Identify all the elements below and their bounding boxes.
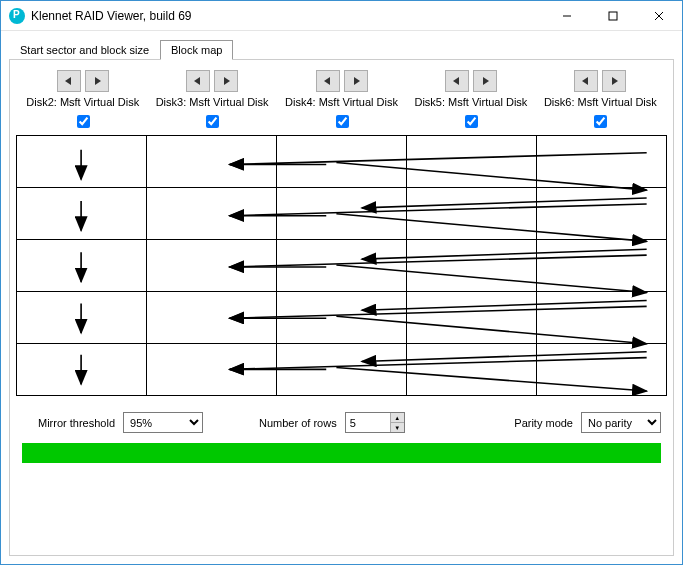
disk-nav-next[interactable] [602,70,626,92]
block-cell [147,188,277,240]
block-cell [277,344,407,396]
tab-strip: Start sector and block size Block map [9,37,674,59]
triangle-right-icon [481,77,489,85]
block-cell [277,240,407,292]
disk-enable-checkbox[interactable] [465,115,478,128]
block-cell [537,136,667,188]
block-grid [16,135,667,396]
minimize-icon [562,11,572,21]
minimize-button[interactable] [544,1,590,31]
disk-label: Disk4: Msft Virtual Disk [285,96,398,108]
block-cell [147,136,277,188]
disk-nav-prev[interactable] [445,70,469,92]
block-cell [407,136,537,188]
block-cell [277,188,407,240]
disk-nav-next[interactable] [473,70,497,92]
disk-header-row: Disk2: Msft Virtual DiskDisk3: Msft Virt… [16,70,667,131]
disk-label: Disk3: Msft Virtual Disk [156,96,269,108]
block-cell [407,188,537,240]
disk-label: Disk5: Msft Virtual Disk [414,96,527,108]
disk-label: Disk2: Msft Virtual Disk [26,96,139,108]
app-icon [9,8,25,24]
block-cell [537,344,667,396]
disk-nav-next[interactable] [214,70,238,92]
disk-nav-prev[interactable] [574,70,598,92]
block-cell [277,292,407,344]
svg-rect-1 [609,12,617,20]
triangle-right-icon [352,77,360,85]
disk-column: Disk6: Msft Virtual Disk [536,70,665,131]
disk-nav-next[interactable] [85,70,109,92]
app-window: Klennet RAID Viewer, build 69 Start sect… [0,0,683,565]
disk-nav-prev[interactable] [316,70,340,92]
bottom-controls: Mirror threshold 95% Number of rows ▲ ▼ … [16,396,667,443]
block-cell [147,292,277,344]
disk-enable-checkbox[interactable] [594,115,607,128]
disk-nav-prev[interactable] [186,70,210,92]
titlebar: Klennet RAID Viewer, build 69 [1,1,682,31]
block-cell [147,344,277,396]
window-controls [544,1,682,30]
triangle-left-icon [324,77,332,85]
block-cell [17,292,147,344]
block-cell [17,344,147,396]
triangle-right-icon [610,77,618,85]
disk-enable-checkbox[interactable] [77,115,90,128]
block-cell [17,136,147,188]
triangle-right-icon [222,77,230,85]
tab-start-sector[interactable]: Start sector and block size [9,40,160,60]
disk-enable-checkbox[interactable] [206,115,219,128]
disk-enable-checkbox[interactable] [336,115,349,128]
progress-bar [22,443,661,463]
mirror-threshold-select[interactable]: 95% [123,412,203,433]
block-cell [407,240,537,292]
block-map-panel: Disk2: Msft Virtual DiskDisk3: Msft Virt… [9,59,674,556]
number-of-rows-label: Number of rows [259,417,337,429]
block-cell [17,188,147,240]
block-grid-wrap [16,135,667,396]
block-cell [17,240,147,292]
triangle-left-icon [194,77,202,85]
rows-step-up[interactable]: ▲ [390,413,404,423]
close-icon [654,11,664,21]
disk-column: Disk3: Msft Virtual Disk [147,70,276,131]
disk-column: Disk4: Msft Virtual Disk [277,70,406,131]
disk-column: Disk5: Msft Virtual Disk [406,70,535,131]
window-title: Klennet RAID Viewer, build 69 [31,9,544,23]
disk-nav-prev[interactable] [57,70,81,92]
mirror-threshold-label: Mirror threshold [38,417,115,429]
triangle-left-icon [582,77,590,85]
block-cell [277,136,407,188]
block-cell [537,292,667,344]
maximize-icon [608,11,618,21]
triangle-left-icon [453,77,461,85]
disk-column: Disk2: Msft Virtual Disk [18,70,147,131]
block-cell [537,188,667,240]
close-button[interactable] [636,1,682,31]
triangle-left-icon [65,77,73,85]
block-cell [407,292,537,344]
block-cell [537,240,667,292]
client-area: Start sector and block size Block map Di… [1,31,682,564]
triangle-right-icon [93,77,101,85]
disk-nav-next[interactable] [344,70,368,92]
block-cell [147,240,277,292]
parity-mode-label: Parity mode [514,417,573,429]
block-cell [407,344,537,396]
maximize-button[interactable] [590,1,636,31]
tab-block-map[interactable]: Block map [160,40,233,60]
disk-label: Disk6: Msft Virtual Disk [544,96,657,108]
parity-mode-select[interactable]: No parity [581,412,661,433]
rows-step-down[interactable]: ▼ [390,423,404,432]
